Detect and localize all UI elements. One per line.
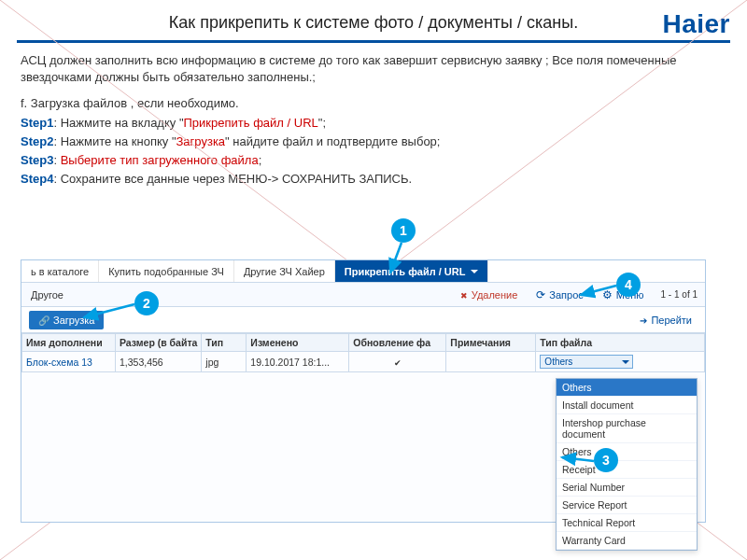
check-icon	[394, 357, 402, 368]
arrow-right-icon	[640, 315, 647, 326]
instruction-text: АСЦ должен заполнить всю информацию в си…	[0, 47, 747, 188]
file-type-dropdown[interactable]: Others Install document Intershop purcha…	[556, 378, 698, 551]
callout-badge-4: 4	[616, 273, 641, 297]
step1-label: Step1	[21, 116, 53, 130]
page-title: Как прикрепить к системе фото / документ…	[0, 0, 747, 40]
intro-line-1: АСЦ должен заполнить всю информацию в си…	[21, 52, 726, 86]
delete-icon	[460, 289, 468, 301]
step-1: Step1: Нажмите на вкладку "Прикрепить фа…	[21, 115, 726, 132]
goto-link[interactable]: Перейти	[640, 315, 705, 326]
dropdown-option[interactable]: Intershop purchase document	[557, 414, 697, 443]
tab-buy-parts[interactable]: Купить подобранные ЗЧ	[99, 260, 234, 282]
dropdown-option-selected[interactable]: Others	[557, 379, 697, 397]
col-type[interactable]: Тип	[202, 334, 247, 352]
step-3: Step3: Выберите тип загруженного файла;	[21, 152, 726, 169]
chevron-down-icon	[471, 270, 478, 273]
dropdown-option[interactable]: Serial Number	[557, 479, 697, 497]
tab-strip: ь в каталоге Купить подобранные ЗЧ Други…	[21, 260, 705, 283]
col-file-type[interactable]: Тип файла	[536, 334, 705, 352]
dropdown-option[interactable]: Service Report	[557, 497, 697, 514]
dropdown-option[interactable]: Receipt	[557, 461, 697, 479]
toolbar-label-other: Другое	[21, 289, 73, 301]
file-type-select[interactable]: Others	[540, 355, 633, 369]
query-button[interactable]: Запрос	[527, 288, 592, 301]
step-4: Step4: Сохраните все данные через МЕНЮ->…	[21, 171, 726, 188]
step3-label: Step3	[21, 153, 53, 167]
cell-notes[interactable]	[446, 352, 536, 372]
col-modified[interactable]: Изменено	[247, 334, 349, 352]
callout-badge-1: 1	[391, 218, 416, 243]
dropdown-option[interactable]: Install document	[557, 397, 697, 414]
app-screenshot: ь в каталоге Купить подобранные ЗЧ Други…	[21, 259, 706, 523]
col-update[interactable]: Обновление фа	[349, 334, 446, 352]
col-size[interactable]: Размер (в байта	[116, 334, 202, 352]
cell-file-type[interactable]: Others	[536, 352, 705, 372]
delete-button[interactable]: Удаление	[451, 289, 528, 301]
refresh-icon	[536, 288, 545, 301]
step-2: Step2: Нажмите на кнопку "Загрузка" найд…	[21, 133, 726, 150]
gear-icon	[602, 288, 613, 301]
table-row[interactable]: Блок-схема 13 1,353,456 jpg 19.10.2017 1…	[22, 352, 705, 372]
cell-modified: 19.10.2017 18:1...	[247, 352, 349, 372]
upload-button[interactable]: Загрузка	[29, 311, 104, 329]
tab-other-parts[interactable]: Другие ЗЧ Хайер	[234, 260, 335, 282]
dropdown-option[interactable]: Technical Report	[557, 514, 697, 532]
cell-size: 1,353,456	[116, 352, 202, 372]
sub-toolbar: Загрузка Перейти	[21, 307, 705, 333]
upload-icon	[38, 315, 49, 326]
callout-badge-3: 3	[594, 448, 618, 472]
intro-line-2: f. Загрузка файлов , если необходимо.	[21, 95, 726, 112]
step4-label: Step4	[21, 172, 53, 186]
col-name[interactable]: Имя дополнени	[22, 334, 116, 352]
callout-badge-2: 2	[134, 291, 159, 315]
pager-text: 1 - 1 of 1	[654, 289, 705, 300]
tab-attach-file[interactable]: Прикрепить файл / URL	[335, 260, 489, 282]
dropdown-option[interactable]: Others	[557, 443, 697, 461]
grid-header-row: Имя дополнени Размер (в байта Тип Измене…	[22, 334, 705, 352]
title-underline	[17, 40, 730, 43]
cell-type: jpg	[202, 352, 247, 372]
tab-catalog[interactable]: ь в каталоге	[21, 260, 99, 282]
dropdown-option[interactable]: Warranty Card	[557, 532, 697, 550]
col-notes[interactable]: Примечания	[446, 334, 536, 352]
step2-label: Step2	[21, 134, 53, 148]
cell-update[interactable]	[349, 352, 446, 372]
cell-name[interactable]: Блок-схема 13	[22, 352, 116, 372]
files-grid: Имя дополнени Размер (в байта Тип Измене…	[21, 333, 705, 372]
toolbar: Другое Удаление Запрос Меню 1 - 1 of 1	[21, 283, 705, 307]
brand-logo: Haier	[662, 9, 730, 39]
